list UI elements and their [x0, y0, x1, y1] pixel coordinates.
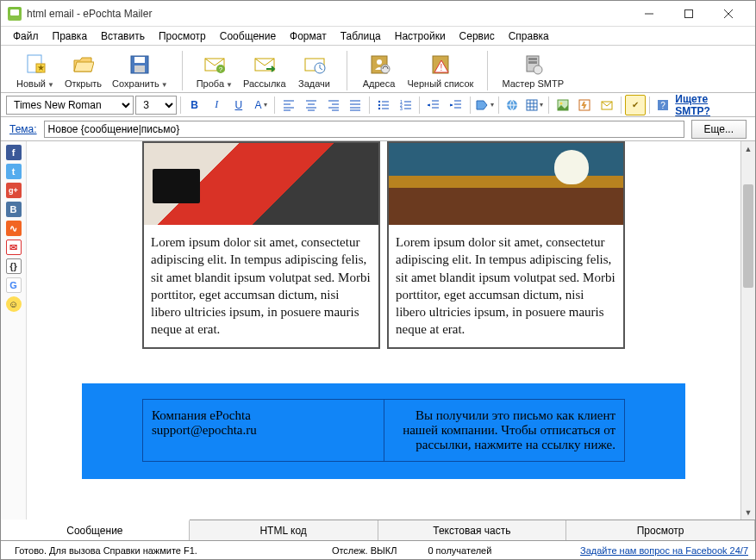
font-size-select[interactable]: 3: [135, 96, 177, 115]
format-toolbar: Times New Roman 3 B I U A▾ 123 ▾ ▾ ✔ ? И…: [1, 93, 755, 117]
save-button[interactable]: Сохранить▼: [107, 51, 173, 90]
svg-rect-9: [134, 65, 145, 72]
close-button[interactable]: [709, 1, 748, 27]
maximize-button[interactable]: [669, 1, 709, 27]
test-mail-icon: ?: [203, 53, 227, 77]
more-button[interactable]: Еще...: [691, 120, 747, 139]
indent-button[interactable]: [446, 95, 466, 115]
send-button[interactable]: Рассылка: [238, 51, 291, 90]
subject-input[interactable]: [44, 121, 684, 138]
menubar: Файл Правка Вставить Просмотр Сообщение …: [1, 27, 755, 46]
status-recipients: 0 получателей: [421, 545, 498, 556]
menu-format[interactable]: Формат: [284, 28, 332, 44]
code-icon[interactable]: {}: [6, 258, 22, 274]
footer-company-email: support@epochta.ru: [152, 423, 375, 438]
tab-html[interactable]: HTML код: [190, 520, 378, 540]
open-label: Открыть: [65, 78, 102, 89]
align-justify-button[interactable]: [345, 95, 366, 115]
font-family-select[interactable]: Times New Roman: [6, 96, 134, 115]
twitter-icon[interactable]: t: [6, 164, 22, 179]
align-right-button[interactable]: [323, 95, 344, 115]
spellcheck-button[interactable]: ✔: [625, 95, 646, 115]
email-footer: Компания ePochta support@epochta.ru Вы п…: [82, 383, 685, 479]
svg-point-25: [378, 100, 380, 102]
svg-text:!: !: [440, 63, 443, 72]
test-button[interactable]: ? Проба▼: [191, 51, 238, 90]
insert-link-button[interactable]: [503, 95, 523, 115]
new-button[interactable]: ★ Новый▼: [11, 51, 59, 90]
svg-rect-1: [685, 9, 693, 17]
rss-icon[interactable]: ∿: [6, 221, 22, 236]
scroll-thumb[interactable]: [743, 184, 753, 288]
smtp-search-link[interactable]: Ищете SMTP?: [675, 93, 745, 117]
send-mail-icon: [253, 53, 277, 77]
smtp-server-icon: [521, 53, 545, 77]
google-plus-icon[interactable]: g+: [6, 183, 22, 198]
vertical-scrollbar[interactable]: ▲ ▼: [740, 141, 755, 520]
svg-point-26: [378, 103, 380, 105]
menu-message[interactable]: Сообщение: [215, 28, 281, 44]
scroll-down-arrow[interactable]: ▼: [741, 505, 755, 520]
menu-edit[interactable]: Правка: [47, 28, 93, 44]
subject-row: Тема: Еще...: [1, 117, 755, 141]
address-book-icon: [367, 53, 391, 77]
italic-button[interactable]: I: [206, 95, 227, 115]
outdent-button[interactable]: [423, 95, 444, 115]
menu-settings[interactable]: Настройки: [390, 28, 451, 44]
svg-text:✔: ✔: [632, 100, 639, 109]
insert-flash-button[interactable]: [575, 95, 596, 115]
tab-text[interactable]: Текстовая часть: [378, 520, 567, 540]
tasks-button[interactable]: Задачи: [291, 51, 338, 90]
menu-help[interactable]: Справка: [503, 28, 554, 44]
number-list-button[interactable]: 123: [396, 95, 416, 115]
menu-insert[interactable]: Вставить: [96, 28, 150, 44]
font-color-button[interactable]: A▾: [251, 95, 272, 115]
content-card-left: Lorem ipsum dolor sit amet, consectetur …: [142, 141, 380, 349]
insert-attachment-button[interactable]: [597, 95, 617, 115]
menu-service[interactable]: Сервис: [454, 28, 500, 44]
smtp-label: Мастер SMTP: [502, 78, 564, 89]
menu-file[interactable]: Файл: [8, 28, 44, 44]
titlebar: html email - ePochta Mailer: [1, 1, 755, 27]
social-sidebar: f t g+ B ∿ ✉ {} G ☺: [1, 141, 27, 520]
google-icon[interactable]: G: [6, 277, 22, 293]
bold-button[interactable]: B: [184, 95, 205, 115]
card-text-left: Lorem ipsum dolor sit amet, consectetur …: [144, 225, 378, 347]
window-title: html email - ePochta Mailer: [27, 8, 629, 20]
email-icon[interactable]: ✉: [6, 240, 22, 255]
open-button[interactable]: Открыть: [59, 51, 107, 90]
blacklist-label: Черный список: [408, 78, 474, 89]
align-left-button[interactable]: [278, 95, 299, 115]
card-image-laptop: [144, 143, 378, 225]
smtp-wizard-button[interactable]: Мастер SMTP: [497, 51, 569, 90]
insert-table-button[interactable]: ▾: [524, 95, 545, 115]
editor-canvas[interactable]: Lorem ipsum dolor sit amet, consectetur …: [27, 141, 740, 520]
save-disk-icon: [128, 53, 152, 77]
tab-message[interactable]: Сообщение: [1, 520, 190, 540]
facebook-icon[interactable]: f: [6, 145, 22, 160]
content-card-right: Lorem ipsum dolor sit amet, consectetur …: [387, 141, 625, 349]
save-label: Сохранить: [112, 78, 159, 89]
insert-image-button[interactable]: [553, 95, 573, 115]
menu-table[interactable]: Таблица: [335, 28, 386, 44]
tab-preview[interactable]: Просмотр: [566, 520, 755, 540]
menu-view[interactable]: Просмотр: [153, 28, 211, 44]
status-facebook-link[interactable]: Задайте нам вопрос на Facebook 24/7: [580, 545, 748, 556]
minimize-button[interactable]: [629, 1, 669, 27]
insert-tag-button[interactable]: ▾: [474, 95, 495, 115]
work-surface: f t g+ B ∿ ✉ {} G ☺ Lorem ipsum dolor si…: [1, 141, 755, 520]
underline-button[interactable]: U: [228, 95, 249, 115]
bullet-list-button[interactable]: [373, 95, 394, 115]
svg-rect-23: [528, 61, 537, 64]
footer-company-name: Компания ePochta: [152, 408, 375, 423]
subject-label[interactable]: Тема:: [9, 123, 37, 135]
blacklist-button[interactable]: ! Черный список: [403, 51, 479, 90]
align-center-button[interactable]: [301, 95, 322, 115]
footer-unsubscribe-cell: Вы получили это письмо как клиент нашей …: [384, 400, 625, 461]
vk-icon[interactable]: B: [6, 202, 22, 217]
scroll-up-arrow[interactable]: ▲: [741, 141, 755, 156]
status-bar: Готово. Для вызова Справки нажмите F1. О…: [1, 540, 755, 559]
smiley-icon[interactable]: ☺: [6, 296, 22, 312]
addresses-button[interactable]: Адреса: [356, 51, 403, 90]
help-button[interactable]: ?: [653, 95, 674, 115]
